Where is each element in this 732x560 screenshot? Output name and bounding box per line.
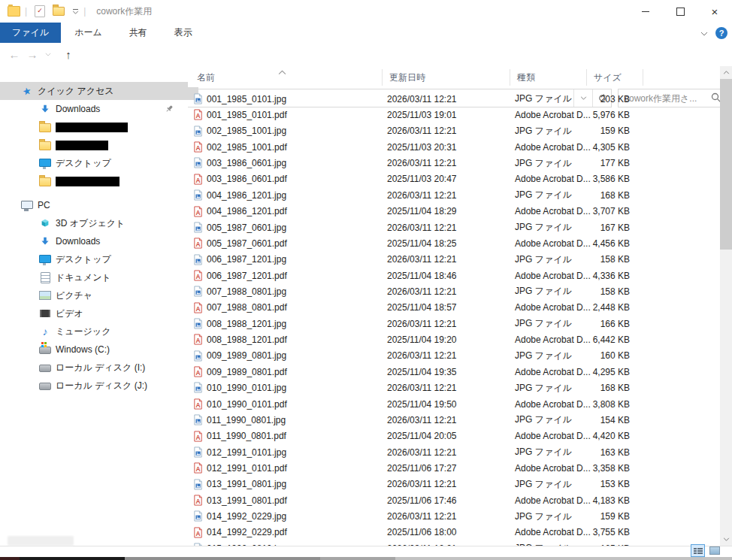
column-header-name[interactable]: 名前 — [197, 71, 215, 84]
file-name: 007_1988_0801.jpg — [207, 286, 286, 297]
file-date-modified: 2026/03/11 12:21 — [387, 319, 457, 329]
sidebar-item-3d-オブジェクト[interactable]: 3D オブジェクト — [0, 214, 188, 232]
sidebar-item-label: ピクチャ — [56, 289, 92, 302]
tab-view[interactable]: 表示 — [161, 23, 206, 43]
maximize-button[interactable] — [663, 0, 697, 23]
scroll-up-icon[interactable] — [720, 66, 732, 79]
ribbon-expand-icon[interactable] — [700, 28, 708, 38]
svg-text:A: A — [195, 530, 200, 537]
back-button[interactable]: ← — [6, 43, 23, 66]
file-row[interactable]: A005_1987_0601.pdf2025/11/04 18:25Adobe … — [188, 235, 720, 251]
jpg-file-icon — [192, 318, 204, 331]
file-list: 001_1985_0101.jpg2026/03/11 12:21JPG ファイ… — [188, 91, 720, 546]
videos-icon — [39, 307, 51, 319]
sidebar-item-デスクトップ[interactable]: デスクトップ — [0, 250, 188, 268]
properties-icon[interactable]: ✓ — [35, 5, 45, 17]
close-button[interactable]: × — [697, 0, 732, 23]
sidebar-item-クイック-アクセス[interactable]: ★クイック アクセス — [0, 82, 198, 100]
svg-text:A: A — [195, 401, 200, 409]
sidebar-item-ドキュメント[interactable]: ドキュメント — [0, 268, 188, 286]
column-header-type[interactable]: 種類 — [517, 71, 535, 84]
details-view-button[interactable] — [691, 544, 705, 557]
file-row[interactable]: A001_1985_0101.pdf2025/11/03 19:01Adobe … — [188, 107, 720, 123]
scrollbar-thumb[interactable] — [720, 79, 732, 250]
file-row[interactable]: 003_1986_0601.jpg2026/03/11 12:21JPG ファイ… — [188, 155, 720, 171]
sidebar-item-pc[interactable]: PC — [0, 196, 188, 214]
file-row[interactable]: A010_1990_0101.pdf2025/11/04 19:50Adobe … — [188, 396, 720, 412]
recent-locations-dropdown-icon[interactable] — [42, 43, 54, 66]
file-row[interactable]: 008_1988_1201.jpg2026/03/11 12:21JPG ファイ… — [188, 316, 720, 331]
file-row[interactable]: A008_1988_1201.pdf2025/11/04 19:20Adobe … — [188, 331, 720, 347]
file-row[interactable]: A006_1987_1201.pdf2025/11/04 18:46Adobe … — [188, 268, 720, 283]
file-row[interactable]: A011_1990_0801.pdf2025/11/04 20:05Adobe … — [188, 428, 720, 444]
large-icons-view-button[interactable] — [707, 544, 721, 557]
sidebar-item-redacted[interactable] — [0, 172, 188, 190]
file-date-modified: 2026/03/11 12:21 — [387, 415, 457, 425]
file-row[interactable]: 002_1985_1001.jpg2026/03/11 12:21JPG ファイ… — [188, 123, 720, 139]
file-date-modified: 2026/03/11 12:21 — [387, 126, 457, 136]
file-row[interactable]: 001_1985_0101.jpg2026/03/11 12:21JPG ファイ… — [188, 91, 720, 107]
tab-file[interactable]: ファイル — [0, 23, 61, 43]
redacted-label — [56, 123, 128, 132]
customize-toolbar-dropdown-icon[interactable] — [72, 9, 79, 14]
file-row[interactable]: A007_1988_0801.pdf2025/11/04 18:57Adobe … — [188, 300, 720, 316]
file-row[interactable]: 013_1991_0801.jpg2026/03/11 12:21JPG ファイ… — [188, 477, 720, 492]
sidebar-item-label: Downloads — [56, 104, 100, 114]
file-row[interactable]: 011_1990_0801.jpg2026/03/11 12:21JPG ファイ… — [188, 412, 720, 428]
file-row[interactable]: A014_1992_0229.pdf2025/11/06 18:00Adobe … — [188, 525, 720, 540]
file-name: 010_1990_0101.pdf — [207, 399, 287, 410]
pdf-file-icon: A — [192, 462, 204, 476]
column-header-size[interactable]: サイズ — [594, 71, 622, 84]
file-row[interactable]: 012_1991_0101.jpg2026/03/11 12:21JPG ファイ… — [188, 444, 720, 460]
file-row[interactable]: 014_1992_0229.jpg2026/03/11 12:21JPG ファイ… — [188, 508, 720, 524]
file-row[interactable]: 005_1987_0601.jpg2026/03/11 12:21JPG ファイ… — [188, 219, 720, 235]
file-row[interactable]: 007_1988_0801.jpg2026/03/11 12:21JPG ファイ… — [188, 283, 720, 299]
file-date-modified: 2026/03/11 12:21 — [387, 222, 457, 233]
file-row[interactable]: A004_1986_1201.pdf2025/11/04 18:29Adobe … — [188, 204, 720, 219]
svg-text:A: A — [195, 498, 200, 505]
file-row[interactable]: A003_1986_0601.pdf2025/11/03 20:47Adobe … — [188, 171, 720, 187]
file-row[interactable]: 004_1986_1201.jpg2026/03/11 12:21JPG ファイ… — [188, 187, 720, 203]
new-folder-icon[interactable] — [53, 7, 65, 16]
file-size: 6,442 KB — [541, 334, 630, 345]
sidebar-item-ローカル-ディスク--i--[interactable]: ローカル ディスク (I:) — [0, 359, 188, 377]
file-row[interactable]: A009_1989_0801.pdf2025/11/04 19:35Adobe … — [188, 364, 720, 380]
sidebar-item-デスクトップ[interactable]: デスクトップ — [0, 154, 188, 172]
details-view-icon — [694, 548, 703, 554]
forward-button[interactable]: → — [24, 43, 41, 66]
sidebar-item-ローカル-ディスク--j--[interactable]: ローカル ディスク (J:) — [0, 377, 188, 395]
file-date-modified: 2025/11/04 18:57 — [387, 302, 457, 313]
maximize-icon — [676, 8, 685, 16]
minimize-button[interactable] — [628, 0, 663, 23]
help-icon[interactable]: ? — [715, 27, 727, 39]
tab-home[interactable]: ホーム — [61, 23, 116, 43]
scroll-down-icon[interactable] — [720, 533, 732, 546]
sidebar-item-redacted[interactable] — [0, 118, 188, 136]
column-divider[interactable] — [382, 69, 383, 86]
file-row[interactable]: A002_1985_1001.pdf2025/11/03 20:31Adobe … — [188, 139, 720, 155]
vertical-scrollbar[interactable] — [720, 66, 732, 546]
column-divider[interactable] — [643, 69, 643, 86]
sidebar-item-redacted[interactable] — [0, 136, 188, 154]
file-row[interactable]: 009_1989_0801.jpg2026/03/11 12:21JPG ファイ… — [188, 348, 720, 364]
file-name: 010_1990_0101.jpg — [207, 383, 286, 393]
pdf-file-icon: A — [192, 495, 204, 508]
column-header-date-modified[interactable]: 更新日時 — [389, 71, 425, 84]
file-row[interactable]: A012_1991_0101.pdf2025/11/06 17:27Adobe … — [188, 460, 720, 476]
file-row[interactable]: 015_1992_0810.jpg2026/03/11 12:21JPG ファイ… — [188, 540, 720, 546]
sidebar-item-windows--c--[interactable]: Windows (C:) — [0, 341, 188, 359]
file-row[interactable]: A013_1991_0801.pdf2025/11/06 17:46Adobe … — [188, 492, 720, 508]
sidebar-item-downloads[interactable]: Downloads — [0, 100, 188, 118]
file-name: 008_1988_1201.jpg — [207, 319, 286, 329]
folder-icon — [39, 121, 51, 133]
sidebar-item-ビデオ[interactable]: ビデオ — [0, 304, 188, 322]
sidebar-item-ミュージック[interactable]: ♪ミュージック — [0, 322, 188, 341]
up-button[interactable]: ↑ — [60, 43, 77, 66]
column-divider[interactable] — [586, 69, 587, 86]
tab-share[interactable]: 共有 — [116, 23, 161, 43]
column-divider[interactable] — [510, 69, 510, 86]
sidebar-item-ピクチャ[interactable]: ピクチャ — [0, 286, 188, 304]
file-row[interactable]: 006_1987_1201.jpg2026/03/11 12:21JPG ファイ… — [188, 252, 720, 268]
file-row[interactable]: 010_1990_0101.jpg2026/03/11 12:21JPG ファイ… — [188, 380, 720, 395]
sidebar-item-downloads[interactable]: Downloads — [0, 232, 188, 250]
